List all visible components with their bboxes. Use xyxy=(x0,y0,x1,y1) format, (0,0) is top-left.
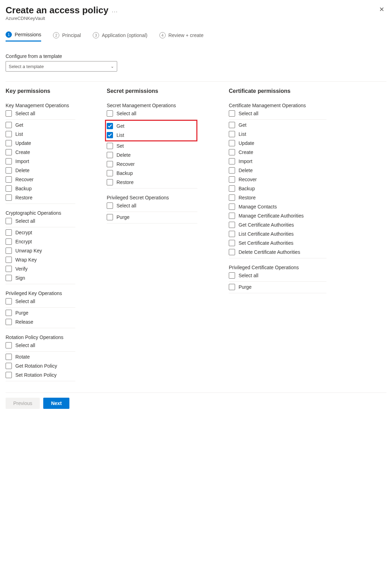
checkbox[interactable] xyxy=(229,122,235,128)
more-icon[interactable]: ··· xyxy=(112,9,118,16)
checkbox[interactable] xyxy=(6,131,12,137)
checkbox[interactable] xyxy=(229,249,235,255)
template-select[interactable]: Select a template ⌄ xyxy=(6,61,117,72)
perm-cert-restore[interactable]: Restore xyxy=(229,193,326,202)
select-all-item[interactable]: Select all xyxy=(6,297,75,306)
checkbox[interactable] xyxy=(6,110,12,117)
checkbox[interactable] xyxy=(6,266,12,272)
perm-cert-list-certificate-authorities[interactable]: List Certificate Authorities xyxy=(229,229,326,238)
checkbox[interactable] xyxy=(229,231,235,237)
perm-key-rotate[interactable]: Rotate xyxy=(6,352,75,361)
checkbox[interactable] xyxy=(6,372,12,378)
perm-secret-recover[interactable]: Recover xyxy=(107,160,197,169)
checkbox[interactable] xyxy=(229,240,235,246)
perm-key-update[interactable]: Update xyxy=(6,139,75,148)
previous-button[interactable]: Previous xyxy=(6,398,40,409)
checkbox[interactable] xyxy=(6,140,12,146)
checkbox[interactable] xyxy=(229,149,235,155)
checkbox[interactable] xyxy=(229,140,235,146)
select-all-item[interactable]: Select all xyxy=(229,271,326,280)
checkbox[interactable] xyxy=(6,310,12,316)
perm-cert-list[interactable]: List xyxy=(229,130,326,139)
checkbox[interactable] xyxy=(107,110,113,117)
checkbox[interactable] xyxy=(229,272,235,279)
perm-cert-recover[interactable]: Recover xyxy=(229,175,326,184)
step-permissions[interactable]: 1Permissions xyxy=(6,31,41,42)
perm-cert-create[interactable]: Create xyxy=(229,148,326,157)
perm-key-restore[interactable]: Restore xyxy=(6,193,75,202)
checkbox[interactable] xyxy=(229,222,235,228)
perm-key-recover[interactable]: Recover xyxy=(6,175,75,184)
checkbox[interactable] xyxy=(6,248,12,254)
checkbox[interactable] xyxy=(107,179,113,185)
perm-cert-manage-certificate-authorities[interactable]: Manage Certificate Authorities xyxy=(229,211,326,220)
checkbox[interactable] xyxy=(229,284,235,290)
checkbox[interactable] xyxy=(6,122,12,128)
checkbox[interactable] xyxy=(229,131,235,137)
step-review-create[interactable]: 4Review + create xyxy=(159,31,204,42)
checkbox[interactable] xyxy=(6,185,12,192)
perm-key-create[interactable]: Create xyxy=(6,148,75,157)
perm-secret-set[interactable]: Set xyxy=(107,141,197,150)
checkbox[interactable] xyxy=(6,275,12,281)
checkbox[interactable] xyxy=(107,161,113,167)
checkbox[interactable] xyxy=(107,170,113,176)
checkbox[interactable] xyxy=(107,152,113,158)
checkbox[interactable] xyxy=(6,167,12,174)
perm-cert-manage-contacts[interactable]: Manage Contacts xyxy=(229,202,326,211)
checkbox[interactable] xyxy=(6,319,12,325)
perm-key-unwrap-key[interactable]: Unwrap Key xyxy=(6,246,75,255)
perm-key-get-rotation-policy[interactable]: Get Rotation Policy xyxy=(6,361,75,370)
perm-cert-import[interactable]: Import xyxy=(229,157,326,166)
step-application-optional-[interactable]: 3Application (optional) xyxy=(93,31,148,42)
checkbox[interactable] xyxy=(6,149,12,155)
checkbox[interactable] xyxy=(107,203,113,209)
perm-cert-set-certificate-authorities[interactable]: Set Certificate Authorities xyxy=(229,238,326,248)
checkbox[interactable] xyxy=(229,204,235,210)
perm-key-purge[interactable]: Purge xyxy=(6,308,75,317)
close-icon[interactable]: ✕ xyxy=(377,5,386,14)
select-all-item[interactable]: Select all xyxy=(6,216,75,226)
perm-cert-delete[interactable]: Delete xyxy=(229,166,326,175)
checkbox[interactable] xyxy=(229,167,235,174)
step-principal[interactable]: 2Principal xyxy=(53,31,81,42)
perm-secret-purge[interactable]: Purge xyxy=(107,213,197,222)
perm-cert-backup[interactable]: Backup xyxy=(229,184,326,193)
checkbox[interactable] xyxy=(229,185,235,192)
perm-key-import[interactable]: Import xyxy=(6,157,75,166)
checkbox[interactable] xyxy=(6,342,12,348)
select-all-item[interactable]: Select all xyxy=(6,109,75,118)
checkbox[interactable] xyxy=(6,363,12,369)
checkbox[interactable] xyxy=(229,158,235,164)
perm-secret-list[interactable]: List xyxy=(107,131,174,140)
perm-key-wrap-key[interactable]: Wrap Key xyxy=(6,255,75,264)
perm-cert-get-certificate-authorities[interactable]: Get Certificate Authorities xyxy=(229,220,326,229)
checkbox[interactable] xyxy=(6,194,12,201)
perm-secret-restore[interactable]: Restore xyxy=(107,178,197,187)
checkbox[interactable] xyxy=(107,132,113,138)
perm-key-list[interactable]: List xyxy=(6,130,75,139)
perm-key-decrypt[interactable]: Decrypt xyxy=(6,228,75,237)
perm-key-delete[interactable]: Delete xyxy=(6,166,75,175)
checkbox[interactable] xyxy=(107,143,113,149)
next-button[interactable]: Next xyxy=(43,398,69,409)
checkbox[interactable] xyxy=(6,257,12,263)
checkbox[interactable] xyxy=(6,354,12,360)
perm-cert-purge[interactable]: Purge xyxy=(229,282,326,292)
perm-key-backup[interactable]: Backup xyxy=(6,184,75,193)
checkbox[interactable] xyxy=(6,238,12,245)
checkbox[interactable] xyxy=(6,218,12,224)
perm-key-release[interactable]: Release xyxy=(6,317,75,326)
perm-cert-delete-certificate-authorities[interactable]: Delete Certificate Authorities xyxy=(229,248,326,257)
select-all-item[interactable]: Select all xyxy=(6,341,75,350)
perm-key-get[interactable]: Get xyxy=(6,120,75,130)
checkbox[interactable] xyxy=(6,176,12,183)
perm-secret-delete[interactable]: Delete xyxy=(107,150,197,160)
checkbox[interactable] xyxy=(107,123,113,129)
checkbox[interactable] xyxy=(229,110,235,117)
checkbox[interactable] xyxy=(6,229,12,236)
perm-key-set-rotation-policy[interactable]: Set Rotation Policy xyxy=(6,370,75,380)
select-all-item[interactable]: Select all xyxy=(107,109,197,118)
perm-secret-backup[interactable]: Backup xyxy=(107,169,197,178)
checkbox[interactable] xyxy=(229,213,235,219)
